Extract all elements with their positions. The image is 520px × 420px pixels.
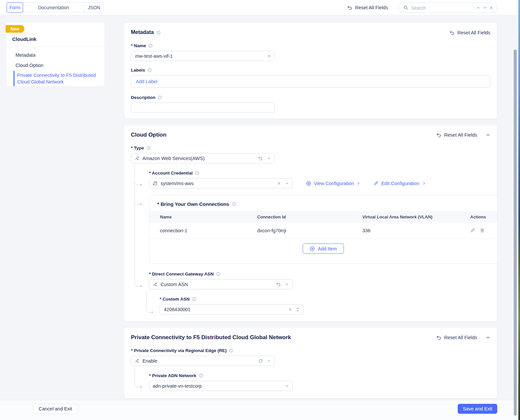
re-field-label: * Private Connectivity via Regional Edge…: [131, 348, 227, 353]
search-divider: [474, 5, 474, 11]
search-next-icon[interactable]: [483, 6, 487, 10]
new-badge: New: [6, 25, 24, 33]
chevron-down-icon[interactable]: [267, 359, 271, 363]
add-item-button[interactable]: Add Item: [303, 243, 344, 254]
cloudlink-form-page: Form Documentation JSON Reset All Fields…: [0, 0, 520, 420]
dcg-asn-select[interactable]: Custom ASN: [149, 279, 293, 289]
view-configuration-link[interactable]: View Configuration: [306, 181, 360, 186]
dcg-asn-field-label: * Direct Connect Gateway ASN: [149, 272, 214, 276]
tree-connector: [135, 367, 141, 387]
reset-field-icon[interactable]: [276, 282, 281, 287]
adn-network-select[interactable]: adn-private-vn-testcorp: [149, 381, 293, 391]
info-icon[interactable]: [232, 202, 236, 206]
info-icon[interactable]: [147, 68, 152, 72]
description-input[interactable]: [135, 105, 271, 111]
view-mode-tabs: Form Documentation JSON: [7, 2, 104, 13]
search-prev-icon[interactable]: [476, 6, 480, 10]
edit-configuration-link[interactable]: Edit Configuration: [374, 181, 426, 186]
sidebar-item-cloud-option[interactable]: Cloud Option: [6, 60, 105, 71]
re-select[interactable]: Enable: [131, 356, 275, 366]
tab-json-label: JSON: [88, 5, 100, 10]
edit-row-icon[interactable]: [470, 228, 475, 233]
info-icon[interactable]: [156, 30, 161, 35]
custom-asn-input[interactable]: [163, 307, 285, 312]
section-nav-sidebar: New CloudLink Metadata Cloud Option Priv…: [6, 22, 105, 87]
tab-form[interactable]: Form: [7, 2, 23, 13]
tab-form-label: Form: [10, 5, 20, 10]
info-icon[interactable]: [148, 44, 153, 48]
tab-documentation[interactable]: Documentation: [23, 2, 84, 13]
info-icon[interactable]: [146, 146, 151, 150]
info-icon[interactable]: [192, 297, 196, 301]
info-icon[interactable]: [199, 373, 203, 378]
form-footer: Cancel and Exit Save and Exit: [0, 400, 518, 420]
number-stepper[interactable]: [296, 307, 300, 312]
metadata-section: Metadata Reset All Fields * Name Labels …: [124, 22, 497, 119]
column-header-name: Name: [160, 214, 257, 219]
reset-all-fields-label: Reset All Fields: [355, 5, 388, 10]
delete-row-icon[interactable]: [480, 228, 485, 233]
cell-vlan: 336: [362, 228, 470, 233]
chevron-right-icon: [356, 181, 360, 185]
sidebar-divider-notch: [33, 45, 37, 49]
type-select[interactable]: Amazon Web Services(AWS): [131, 153, 275, 163]
collapse-section-icon[interactable]: [486, 335, 490, 340]
reset-all-fields-button[interactable]: Reset All Fields: [347, 5, 388, 10]
reset-fields-label: Reset All Fields: [444, 335, 477, 340]
private-connectivity-reset-fields-button[interactable]: Reset All Fields: [436, 335, 477, 340]
description-field: [131, 103, 275, 113]
undo-icon: [436, 132, 442, 138]
info-icon[interactable]: [229, 348, 233, 353]
pencil-icon: [374, 181, 379, 186]
collapse-section-icon[interactable]: [486, 133, 490, 137]
save-and-exit-button[interactable]: Save and Exit: [458, 404, 497, 414]
labels-field-label: Labels: [131, 68, 145, 73]
private-connectivity-section-title: Private Connectivity to F5 Distributed C…: [131, 334, 291, 341]
cloud-option-section-title: Cloud Option: [131, 132, 167, 138]
info-icon[interactable]: [216, 272, 220, 276]
reset-field-icon[interactable]: [258, 156, 263, 161]
undo-icon: [449, 30, 455, 35]
top-bar: Form Documentation JSON Reset All Fields: [0, 0, 518, 15]
info-icon[interactable]: [195, 171, 199, 175]
sidebar-item-private-connectivity[interactable]: Private Connectivity to F5 Distributed C…: [14, 71, 105, 86]
metadata-reset-fields-button[interactable]: Reset All Fields: [449, 30, 490, 35]
type-select-value: Amazon Web Services(AWS): [142, 156, 255, 161]
edit-configuration-label: Edit Configuration: [381, 181, 419, 186]
undo-icon: [436, 335, 442, 340]
screen-edge-background: [518, 0, 520, 420]
reset-fields-label: Reset All Fields: [444, 132, 477, 138]
refresh-icon[interactable]: [258, 359, 263, 363]
chevron-down-icon[interactable]: [285, 384, 289, 388]
name-field-label: * Name: [131, 43, 146, 48]
account-credential-select[interactable]: system/ms-aws: [149, 178, 293, 188]
search-input[interactable]: [411, 5, 471, 11]
stepper-up-icon: [296, 307, 300, 309]
cloud-option-reset-fields-button[interactable]: Reset All Fields: [436, 132, 477, 138]
re-select-value: Enable: [142, 358, 255, 364]
name-input[interactable]: [135, 53, 264, 59]
chevron-down-icon[interactable]: [285, 282, 289, 286]
tab-json[interactable]: JSON: [84, 2, 104, 13]
tree-connector: [135, 164, 141, 185]
info-icon[interactable]: [158, 95, 162, 100]
labels-field[interactable]: Add Label: [131, 75, 490, 88]
search-clear-icon[interactable]: [489, 6, 493, 10]
add-label-trigger[interactable]: Add Label: [136, 79, 157, 84]
clear-field-icon[interactable]: [277, 181, 281, 185]
cancel-and-exit-button[interactable]: Cancel and Exit: [33, 404, 78, 414]
clear-name-icon[interactable]: [267, 54, 271, 58]
metadata-section-title: Metadata: [131, 29, 154, 35]
type-field-label: * Type: [131, 145, 144, 150]
sidebar-divider: [6, 47, 105, 47]
cell-name: connection-1: [160, 228, 257, 233]
oneof-selector-icon: [153, 282, 158, 287]
account-credential-field-label: * Account Credential: [149, 171, 193, 176]
sidebar-item-metadata[interactable]: Metadata: [6, 50, 105, 60]
chevron-down-icon[interactable]: [285, 181, 289, 185]
add-item-label: Add Item: [318, 246, 337, 251]
chevron-down-icon[interactable]: [267, 156, 271, 160]
dcg-asn-value: Custom ASN: [161, 282, 273, 287]
clear-field-icon[interactable]: [288, 307, 292, 311]
scrollbar-thumb[interactable]: [514, 49, 517, 416]
